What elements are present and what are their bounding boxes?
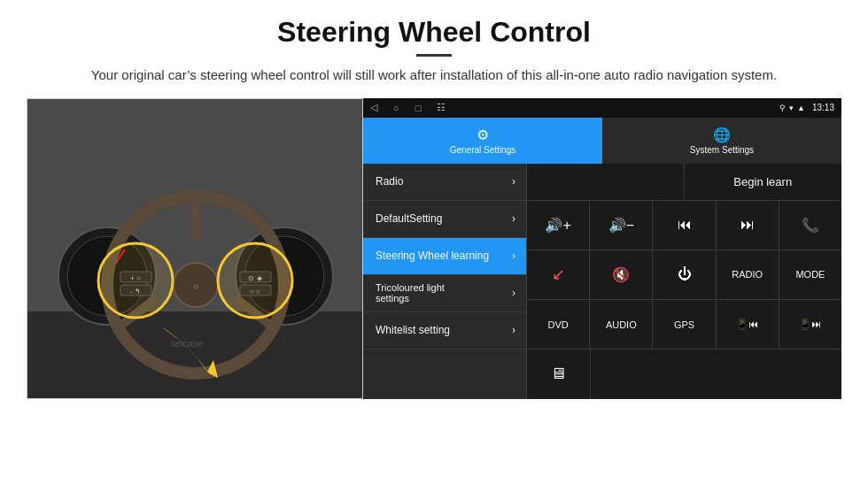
status-time: 13:13 (812, 103, 834, 112)
page-wrapper: Steering Wheel Control Your original car… (0, 0, 868, 484)
radio-label: RADIO (732, 269, 763, 280)
radio-mode-button[interactable]: RADIO (717, 250, 779, 299)
mode-button[interactable]: MODE (779, 250, 841, 299)
car-image-area: ○ + ○ - ↰ ⊙ ◈ ○ ○ (27, 98, 363, 399)
menu-item-radio-arrow: › (512, 175, 515, 188)
vol-down-button[interactable]: 🔊− (590, 201, 653, 250)
tab-general-settings[interactable]: ⚙ General Settings (363, 118, 602, 164)
next-track-button[interactable]: ⏭ (717, 201, 779, 250)
menu-item-whitelist-arrow: › (512, 324, 515, 336)
mute-button[interactable]: 🔇 (590, 250, 653, 299)
list-icon: 🖥 (550, 365, 566, 383)
tab-row: ⚙ General Settings 🌐 System Settings (363, 118, 841, 164)
wifi-icon: ▾ (789, 104, 794, 112)
vol-up-icon: 🔊+ (545, 217, 570, 234)
nav-back-icon[interactable]: ◁ (370, 102, 377, 113)
android-ui: ◁ ○ □ ☷ ⚲ ▾ ▲ 13:13 ⚙ General Settings (363, 98, 841, 399)
hang-up-button[interactable]: ↙ (527, 250, 590, 299)
general-settings-icon: ⚙ (477, 127, 489, 143)
tel-prev-button[interactable]: 📱⏮ (717, 300, 779, 349)
audio-label: AUDIO (606, 319, 637, 330)
menu-item-radio[interactable]: Radio › (363, 164, 526, 201)
page-title: Steering Wheel Control (277, 16, 591, 49)
tel-next-button[interactable]: 📱⏭ (779, 300, 841, 349)
mode-label: MODE (795, 269, 825, 280)
location-icon: ⚲ (779, 104, 786, 112)
list-button[interactable]: 🖥 (527, 350, 591, 398)
menu-item-default-arrow: › (512, 212, 515, 225)
car-steering-image: ○ + ○ - ↰ ⊙ ◈ ○ ○ (27, 99, 363, 399)
controls-row-2: ↙ 🔇 ⏻ RADIO MODE (527, 250, 841, 300)
call-icon: 📞 (802, 217, 819, 234)
gps-button[interactable]: GPS (653, 300, 716, 349)
begin-learn-empty (527, 164, 685, 200)
main-area: Radio › DefaultSetting › Steering Wheel … (363, 164, 841, 399)
system-settings-label: System Settings (690, 145, 754, 155)
audio-button[interactable]: AUDIO (590, 300, 653, 349)
svg-text:○: ○ (193, 281, 198, 291)
empty-space (591, 350, 841, 398)
vol-up-button[interactable]: 🔊+ (527, 201, 590, 250)
begin-learn-label: Begin learn (733, 175, 792, 188)
status-nav-bar: ◁ ○ □ ☷ ⚲ ▾ ▲ 13:13 (363, 98, 841, 118)
menu-item-tricoloured-label: Tricoloured lightsettings (376, 282, 445, 303)
nav-recent-icon[interactable]: □ (415, 103, 422, 113)
menu-item-steering[interactable]: Steering Wheel learning › (363, 238, 526, 275)
controls-row-1: 🔊+ 🔊− ⏮ ⏭ 📞 (527, 201, 841, 250)
menu-item-tricoloured[interactable]: Tricoloured lightsettings › (363, 275, 526, 312)
tel-prev-icon: 📱⏮ (736, 319, 758, 330)
tel-next-icon: 📱⏭ (799, 319, 821, 330)
dvd-label: DVD (547, 319, 568, 330)
system-settings-icon: 🌐 (713, 127, 731, 143)
general-settings-label: General Settings (450, 145, 516, 155)
nav-buttons: ◁ ○ □ ☷ (370, 102, 446, 113)
call-button[interactable]: 📞 (779, 201, 841, 250)
tab-system-settings[interactable]: 🌐 System Settings (602, 118, 841, 164)
svg-point-22 (98, 243, 173, 318)
menu-item-default[interactable]: DefaultSetting › (363, 201, 526, 238)
vol-down-icon: 🔊− (608, 217, 634, 234)
menu-item-tricoloured-arrow: › (512, 287, 515, 299)
gps-label: GPS (674, 319, 694, 330)
left-menu: Radio › DefaultSetting › Steering Wheel … (363, 164, 527, 399)
prev-track-icon: ⏮ (678, 217, 692, 233)
begin-learn-row: Begin learn (527, 164, 841, 201)
power-button[interactable]: ⏻ (653, 250, 716, 299)
prev-track-button[interactable]: ⏮ (653, 201, 716, 250)
menu-item-steering-label: Steering Wheel learning (376, 250, 489, 262)
menu-item-steering-arrow: › (512, 250, 515, 262)
right-panel: Begin learn 🔊+ 🔊− ⏮ (527, 164, 841, 399)
menu-item-default-label: DefaultSetting (376, 212, 442, 225)
controls-row-3: DVD AUDIO GPS 📱⏮ 📱⏭ (527, 300, 841, 350)
hang-up-icon: ↙ (552, 265, 565, 284)
begin-learn-button[interactable]: Begin learn (685, 164, 842, 200)
page-subtitle: Your original car’s steering wheel contr… (91, 65, 777, 86)
menu-item-whitelist-label: Whitelist setting (376, 324, 450, 336)
menu-item-whitelist[interactable]: Whitelist setting › (363, 312, 526, 350)
title-divider (416, 54, 452, 57)
svg-text:seicane: seicane (170, 338, 204, 349)
mute-icon: 🔇 (612, 266, 630, 283)
svg-point-23 (218, 243, 292, 318)
signal-icon: ▲ (797, 104, 805, 112)
controls-row-4: 🖥 (527, 350, 841, 398)
nav-cast-icon[interactable]: ☷ (437, 102, 446, 113)
content-row: ○ + ○ - ↰ ⊙ ◈ ○ ○ (27, 98, 841, 399)
svg-rect-2 (27, 311, 363, 399)
power-icon: ⏻ (678, 266, 692, 282)
next-track-icon: ⏭ (740, 217, 755, 233)
dvd-button[interactable]: DVD (527, 300, 590, 349)
menu-item-radio-label: Radio (376, 175, 403, 188)
nav-home-icon[interactable]: ○ (393, 103, 399, 113)
status-icons: ⚲ ▾ ▲ 13:13 (779, 103, 834, 112)
